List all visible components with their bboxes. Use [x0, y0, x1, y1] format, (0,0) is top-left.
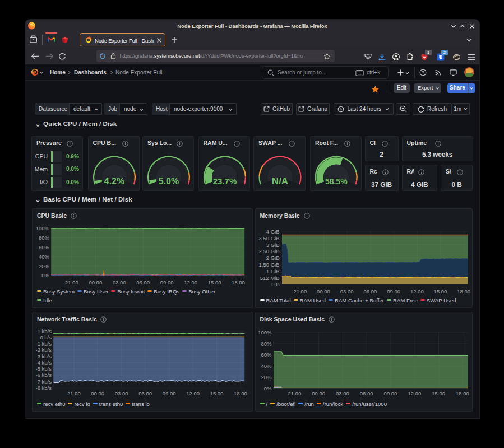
svg-text:23.7%: 23.7% [212, 176, 237, 186]
svg-text:4.2%: 4.2% [104, 176, 124, 186]
svg-text:N/A: N/A [272, 176, 288, 186]
svg-text:5.0%: 5.0% [159, 176, 179, 186]
svg-text:58.5%: 58.5% [325, 177, 348, 186]
